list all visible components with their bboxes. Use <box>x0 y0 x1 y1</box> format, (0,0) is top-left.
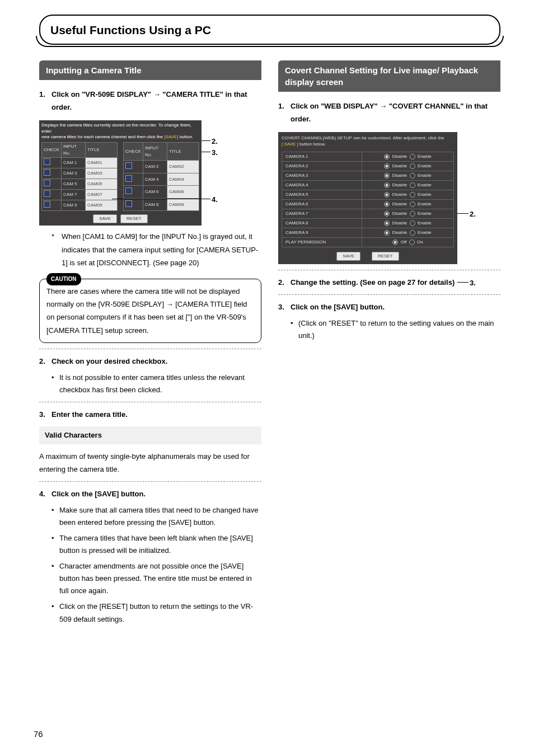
radio-icon[interactable] <box>384 201 390 207</box>
callout-3-label: 3. <box>470 278 476 289</box>
divider <box>39 481 261 482</box>
radio-icon[interactable] <box>410 163 415 169</box>
title-cell[interactable]: CAM01 <box>86 158 118 168</box>
disable-label: Disable <box>392 201 407 206</box>
covert-channel-table: CAMERA 1 Disable Enable CAMERA 2 Disable… <box>282 152 454 247</box>
bullet-icon: • <box>51 504 59 529</box>
radio-icon[interactable] <box>410 154 415 159</box>
radio-icon[interactable] <box>410 211 415 217</box>
cam-cell: CAM 7 <box>62 190 86 200</box>
step-1-text-a: Click on "VR-509E DISPLAY" <box>51 90 153 98</box>
checkbox-icon[interactable] <box>44 190 50 197</box>
step-4-bullet: Character amendments are not possible on… <box>59 560 261 597</box>
title-cell[interactable]: CAM04 <box>167 173 199 186</box>
play-permission-cell: PLAY PERMISSION <box>282 238 362 247</box>
camera-cell: CAMERA 8 <box>282 219 362 228</box>
asterisk-icon: * <box>51 230 62 269</box>
caution-tag: CAUTION <box>46 273 81 285</box>
camera-cell: CAMERA 6 <box>282 200 362 209</box>
divider <box>39 349 261 349</box>
step-4-head: 4. Click on the [SAVE] button. <box>39 487 261 500</box>
checkbox-icon[interactable] <box>44 158 50 165</box>
arrow-icon: → <box>153 90 161 98</box>
divider <box>278 270 500 270</box>
radio-icon[interactable] <box>410 182 415 188</box>
camera-cell: CAMERA 4 <box>282 181 362 190</box>
disable-label: Disable <box>392 154 407 159</box>
table-row: CAM 8CAM08 <box>124 198 199 211</box>
title-cell[interactable]: CAM03 <box>86 168 118 179</box>
page-number: 76 <box>34 728 43 741</box>
bullet-icon: • <box>51 560 59 597</box>
radio-icon[interactable] <box>410 220 415 226</box>
th-input: INPUT No. <box>62 143 86 158</box>
step-3-number: 3. <box>278 300 291 313</box>
divider <box>278 294 500 295</box>
valid-characters-para: A maximum of twenty single-byte alphanum… <box>39 450 261 476</box>
table-row: CAMERA 3 Disable Enable <box>282 171 454 181</box>
table-row: CAM 4CAM04 <box>124 173 199 186</box>
title-cell[interactable]: CAM09 <box>86 200 118 211</box>
step-1-head: 1. Click on "VR-509E DISPLAY" → "CAMERA … <box>39 88 261 114</box>
step-2-number: 2. <box>39 355 51 368</box>
shot1-head-l1: Displays the camera titles currently sto… <box>41 123 191 133</box>
reset-button[interactable]: RESET <box>120 214 148 223</box>
enable-label: Enable <box>418 211 432 216</box>
radio-icon[interactable] <box>410 201 415 207</box>
camera-cell: CAMERA 1 <box>282 152 362 162</box>
checkbox-icon[interactable] <box>125 200 132 207</box>
cam-cell: CAM 5 <box>62 179 86 190</box>
radio-icon[interactable] <box>392 240 398 245</box>
table-row: CAMERA 7 Disable Enable <box>282 209 454 219</box>
camera-cell: CAMERA 5 <box>282 190 362 200</box>
cam-cell: CAM 2 <box>143 161 167 173</box>
checkbox-icon[interactable] <box>44 201 50 208</box>
radio-icon[interactable] <box>384 154 390 159</box>
enable-label: Enable <box>418 154 432 159</box>
checkbox-icon[interactable] <box>125 187 132 194</box>
radio-icon[interactable] <box>409 240 415 245</box>
disable-label: Disable <box>392 192 407 197</box>
step-3-number: 3. <box>39 408 51 421</box>
step-4-bullet: Make sure that all camera titles that ne… <box>59 504 261 529</box>
radio-icon[interactable] <box>384 230 390 236</box>
radio-icon[interactable] <box>384 192 390 198</box>
radio-icon[interactable] <box>384 163 390 169</box>
shot2-head-save: [ SAVE ] <box>282 142 298 147</box>
save-button[interactable]: SAVE <box>336 252 360 261</box>
radio-icon[interactable] <box>410 192 415 198</box>
radio-icon[interactable] <box>410 173 415 179</box>
checkbox-icon[interactable] <box>125 175 132 182</box>
save-button[interactable]: SAVE <box>93 214 117 223</box>
step-4-text: Click on the [SAVE] button. <box>51 487 146 500</box>
checkbox-icon[interactable] <box>125 162 132 169</box>
shot2-head-l1: COVERT CHANNEL(WEB) SETUP can be customi… <box>282 135 444 140</box>
table-row: CAM 6CAM06 <box>124 186 199 199</box>
checkbox-icon[interactable] <box>44 169 50 176</box>
table-row: CAM 7CAM07 <box>42 190 118 200</box>
reset-button[interactable]: RESET <box>372 252 399 261</box>
table-row: CAM 1CAM01 <box>42 158 118 168</box>
camera-cell: CAMERA 9 <box>282 228 362 238</box>
disable-label: Disable <box>392 230 407 235</box>
radio-icon[interactable] <box>384 182 390 188</box>
camera-cell: CAMERA 7 <box>282 209 362 219</box>
title-cell[interactable]: CAM05 <box>86 179 118 190</box>
title-cell[interactable]: CAM08 <box>167 198 199 211</box>
callout-line <box>202 152 210 152</box>
callout-line <box>202 140 210 141</box>
title-cell[interactable]: CAM02 <box>167 161 199 173</box>
radio-icon[interactable] <box>384 211 390 217</box>
radio-icon[interactable] <box>384 220 390 226</box>
camera-title-table-right: CHECK INPUT No. TITLE CAM 2CAM02 CAM 4CA… <box>123 142 199 211</box>
bullet-icon: • <box>51 532 59 557</box>
step-2-text: Check on your desired checkbox. <box>51 355 167 368</box>
step-3-text: Enter the camera title. <box>51 408 128 421</box>
radio-icon[interactable] <box>384 173 390 179</box>
checkbox-icon[interactable] <box>44 180 50 186</box>
cam-cell: CAM 6 <box>143 186 167 199</box>
radio-icon[interactable] <box>410 230 415 236</box>
title-cell[interactable]: CAM06 <box>167 186 199 199</box>
th-title: TITLE <box>86 143 118 158</box>
table-row: CAMERA 8 Disable Enable <box>282 219 454 228</box>
